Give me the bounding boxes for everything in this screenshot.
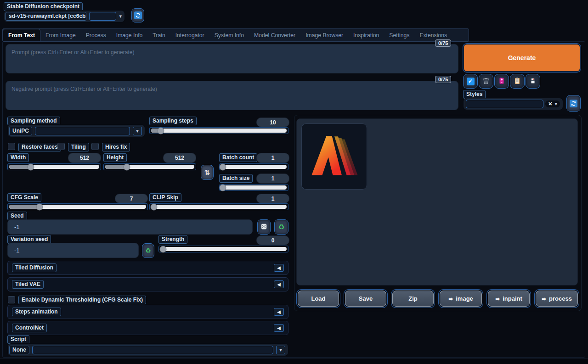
accordion-tiled-diffusion[interactable]: Tiled Diffusion ◀ — [7, 261, 288, 275]
reuse-variation-seed-button[interactable]: ♻ — [142, 243, 154, 258]
send-to-inpaint-button[interactable]: ➡ inpaint — [488, 291, 530, 307]
checkpoint-filter-input[interactable] — [89, 12, 116, 21]
tab-bar: From Text From Image Process Image Info … — [2, 28, 469, 42]
hires-fix-checkbox[interactable] — [91, 143, 99, 150]
collapse-arrow-icon: ◀ — [274, 264, 284, 272]
tab-image-info[interactable]: Image Info — [111, 29, 148, 41]
dynamic-thresholding-checkbox[interactable] — [8, 296, 15, 303]
clear-prompt-button[interactable] — [479, 74, 493, 89]
negative-prompt-input[interactable] — [6, 81, 458, 110]
forward-arrow-icon: ➡ — [448, 296, 453, 302]
cfg-scale-value[interactable]: 7 — [115, 194, 148, 203]
width-label: Width — [7, 153, 29, 162]
prompt-input[interactable] — [6, 44, 458, 73]
recycle-icon: ♻ — [278, 223, 284, 231]
tiling-checkbox[interactable] — [57, 143, 65, 150]
tab-from-text[interactable]: From Text — [3, 29, 40, 41]
save-button[interactable]: Save — [345, 291, 386, 307]
sampling-method-dropdown[interactable]: UniPC ▾ — [7, 124, 145, 137]
clipboard-button[interactable] — [510, 74, 525, 89]
accordion-label: Steps animation — [12, 308, 61, 316]
accordion-label: Tiled Diffusion — [12, 263, 57, 272]
tab-from-image[interactable]: From Image — [40, 29, 81, 41]
tab-inspiration[interactable]: Inspiration — [348, 29, 384, 41]
width-slider[interactable] — [7, 163, 101, 170]
cfg-scale-slider[interactable] — [7, 203, 148, 210]
forward-arrow-icon: ➡ — [542, 296, 546, 302]
tab-model-converter[interactable]: Model Converter — [249, 29, 300, 41]
swap-dimensions-button[interactable]: ⇅ — [201, 165, 214, 180]
accordion-controlnet[interactable]: ControlNet ◀ — [7, 321, 288, 335]
chevron-down-icon[interactable]: ▾ — [133, 127, 142, 135]
chevron-down-icon[interactable]: ▾ — [119, 13, 122, 19]
sampling-method-value[interactable]: UniPC — [9, 127, 32, 135]
slider-handle[interactable] — [157, 127, 164, 134]
accordion-tiled-vae[interactable]: Tiled VAE ◀ — [7, 277, 288, 291]
accordion-steps-animation[interactable]: Steps animation ◀ — [7, 305, 288, 319]
sampling-method-filter-input[interactable] — [35, 127, 130, 135]
slider-handle[interactable] — [28, 163, 34, 170]
reuse-seed-button[interactable]: ♻ — [274, 219, 288, 235]
clip-skip-slider[interactable] — [149, 203, 288, 210]
checkpoint-refresh-button[interactable] — [131, 8, 144, 22]
batch-count-slider[interactable] — [219, 163, 288, 170]
styles-dropdown[interactable]: ✕ ▾ — [463, 98, 563, 110]
send-to-image-button[interactable]: ➡ image — [440, 291, 482, 307]
script-value[interactable]: None — [9, 346, 29, 354]
width-value[interactable]: 512 — [68, 153, 101, 163]
variation-seed-input[interactable] — [7, 243, 139, 258]
strength-label: Strength — [158, 235, 187, 244]
save-style-button[interactable] — [526, 74, 540, 89]
send-to-process-button[interactable]: ➡ process — [536, 291, 578, 307]
zip-button[interactable]: Zip — [392, 291, 434, 307]
tab-system-info[interactable]: System Info — [209, 29, 249, 41]
slider-handle[interactable] — [36, 203, 43, 210]
strength-slider[interactable] — [158, 246, 288, 252]
confirm-check-button[interactable]: ✓ — [463, 74, 478, 89]
tiling-label: Tiling — [68, 143, 89, 151]
styles-input[interactable] — [466, 100, 543, 108]
styles-clear-group: ✕ ▾ — [545, 101, 560, 107]
output-actions: Load Save Zip ➡ image ➡ inpaint ➡ proces… — [298, 291, 578, 307]
restore-faces-checkbox[interactable] — [8, 143, 15, 150]
batch-count-label: Batch count — [219, 153, 257, 162]
batch-size-value[interactable]: 1 — [256, 174, 289, 184]
chevron-down-icon[interactable]: ▾ — [554, 101, 557, 107]
check-icon: ✓ — [467, 78, 475, 85]
batch-size-slider[interactable] — [219, 184, 288, 191]
slider-handle[interactable] — [220, 163, 226, 170]
tab-interrogator[interactable]: Interrogator — [170, 29, 209, 41]
cfg-scale-label: CFG Scale — [7, 193, 41, 202]
checkpoint-dropdown[interactable]: sd-v15-runwayml.ckpt [cc6cb27103] ▾ — [4, 10, 125, 22]
load-button[interactable]: Load — [298, 291, 339, 307]
script-dropdown[interactable]: None ▾ — [7, 343, 288, 356]
styles-refresh-button[interactable] — [566, 95, 581, 112]
tab-settings[interactable]: Settings — [384, 29, 414, 41]
sampling-steps-slider[interactable] — [149, 127, 288, 134]
tab-process[interactable]: Process — [81, 29, 111, 41]
gallery-thumbnail[interactable] — [301, 123, 367, 190]
footer — [0, 358, 588, 364]
slider-handle[interactable] — [159, 246, 166, 252]
clip-skip-value[interactable]: 1 — [256, 194, 289, 203]
clear-styles-icon[interactable]: ✕ — [548, 101, 552, 107]
strength-value[interactable]: 0 — [256, 235, 289, 245]
height-value[interactable]: 512 — [163, 153, 196, 163]
accordion-label: Tiled VAE — [12, 280, 44, 289]
random-seed-button[interactable] — [257, 219, 271, 235]
tab-train[interactable]: Train — [147, 29, 170, 41]
batch-size-label: Batch size — [219, 174, 253, 183]
slider-handle[interactable] — [220, 184, 226, 191]
chevron-down-icon[interactable]: ▾ — [276, 346, 285, 354]
tab-image-browser[interactable]: Image Browser — [300, 29, 348, 41]
height-slider[interactable] — [103, 163, 196, 170]
extra-networks-button[interactable] — [494, 74, 509, 89]
slider-handle[interactable] — [150, 203, 157, 210]
generate-button[interactable]: Generate — [463, 44, 581, 72]
batch-count-value[interactable]: 1 — [256, 153, 289, 163]
seed-input[interactable] — [7, 219, 253, 235]
script-filter-input[interactable] — [32, 346, 273, 354]
checkpoint-value[interactable]: sd-v15-runwayml.ckpt [cc6cb27103] — [6, 12, 86, 21]
sampling-steps-value[interactable]: 10 — [256, 118, 289, 127]
slider-handle[interactable] — [123, 163, 130, 170]
